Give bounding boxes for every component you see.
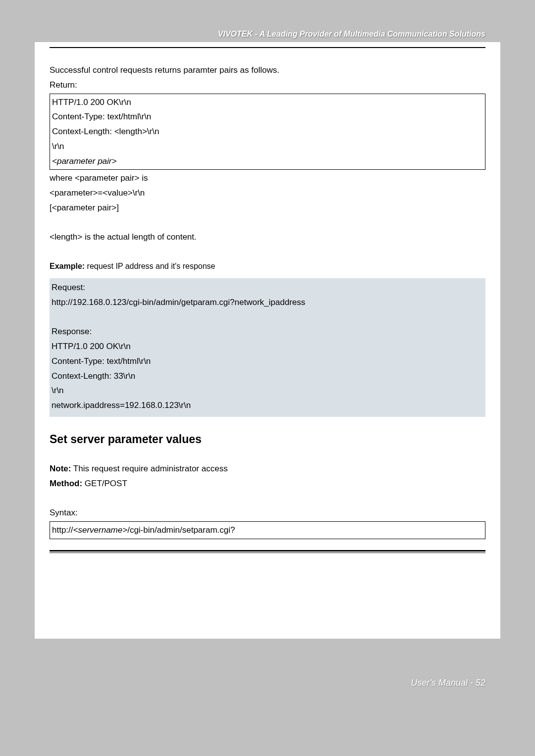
response-line-1: HTTP/1.0 200 OK\r\n: [52, 339, 483, 354]
request-label: Request:: [52, 280, 483, 295]
return-line-3: Context-Length: <length>\r\n: [52, 124, 483, 139]
brand-header-text: VIVOTEK - A Leading Provider of Multimed…: [35, 15, 500, 39]
example-label-bold: Example:: [50, 262, 85, 270]
note-line: Note: This request require administrator…: [50, 461, 485, 476]
method-line: Method: GET/POST: [50, 476, 485, 491]
response-line-2: Content-Type: text/html\r\n: [52, 354, 483, 369]
footer-divider-thin: [50, 553, 485, 553]
note-rest: This request require administrator acces…: [71, 464, 227, 473]
method-rest: GET/POST: [82, 479, 127, 488]
intro-text: Successful control requests returns para…: [50, 63, 485, 78]
syntax-servername: <servername>: [73, 525, 128, 535]
param-format-text: <parameter>=<value>\r\n: [50, 186, 485, 201]
document-page: VIVOTEK - A Leading Provider of Multimed…: [35, 15, 500, 639]
return-line-2: Content-Type: text/html\r\n: [52, 109, 483, 124]
syntax-box: http://<servername>/cgi-bin/admin/setpar…: [50, 521, 485, 539]
return-format-box: HTTP/1.0 200 OK\r\n Content-Type: text/h…: [50, 94, 485, 170]
return-line-1: HTTP/1.0 200 OK\r\n: [52, 95, 483, 110]
return-label: Return:: [50, 78, 485, 93]
return-line-4: \r\n: [52, 139, 483, 154]
where-text: where <parameter pair> is: [50, 171, 485, 186]
footer-divider-thick: [50, 550, 485, 552]
syntax-label: Syntax:: [50, 505, 485, 520]
page-footer-bar: User's Manual - 52: [35, 639, 500, 708]
note-bold: Note:: [50, 464, 71, 473]
return-line-5: <parameter pair>: [52, 154, 483, 169]
response-line-3: Context-Length: 33\r\n: [52, 369, 483, 384]
page-number-label: User's Manual - 52: [411, 678, 486, 688]
page-header-bar: VIVOTEK - A Leading Provider of Multimed…: [35, 15, 500, 42]
example-label-rest: request IP address and it's response: [85, 262, 215, 270]
response-line-5: network.ipaddress=192.168.0.123\r\n: [52, 398, 483, 413]
example-block: Request: http://192.168.0.123/cgi-bin/ad…: [50, 278, 485, 417]
example-label: Example: request IP address and it's res…: [50, 259, 485, 273]
param-pair-text: [<parameter pair>]: [50, 201, 485, 215]
section-heading-set-params: Set server parameter values: [50, 429, 485, 449]
length-note: <length> is the actual length of content…: [50, 230, 485, 245]
request-url: http://192.168.0.123/cgi-bin/admin/getpa…: [52, 295, 483, 310]
syntax-post: /cgi-bin/admin/setparam.cgi?: [127, 525, 235, 535]
syntax-pre: http://: [52, 525, 73, 535]
method-bold: Method:: [50, 479, 82, 488]
response-label: Response:: [52, 324, 483, 339]
page-content: Successful control requests returns para…: [35, 48, 500, 545]
response-line-4: \r\n: [52, 383, 483, 398]
